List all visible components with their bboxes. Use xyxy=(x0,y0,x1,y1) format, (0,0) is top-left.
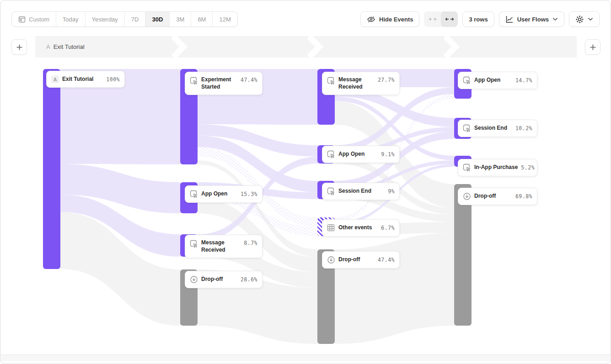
node-card-exit-tutorial[interactable]: A Exit Tutorial 100% xyxy=(46,71,125,88)
node-value: 10.2% xyxy=(515,125,532,132)
event-icon xyxy=(463,76,471,84)
node-card-app-open[interactable]: App Open 9.1% xyxy=(322,146,400,163)
node-value: 8.7% xyxy=(244,240,257,246)
node-label: Experiment Started xyxy=(201,76,237,90)
node-card-in-app-purchase[interactable]: In-App Purchase 5.2% xyxy=(458,159,537,176)
node-value: 6.7% xyxy=(381,225,395,231)
event-icon xyxy=(327,187,335,195)
node-value: 69.8% xyxy=(515,193,532,200)
node-value: 27.7% xyxy=(378,77,395,83)
node-label: Drop-off xyxy=(338,256,375,264)
dropoff-icon xyxy=(463,192,471,200)
node-label: Session End xyxy=(474,125,512,132)
node-badge: A xyxy=(51,75,59,83)
node-bar-exit-tutorial[interactable] xyxy=(43,69,60,269)
event-icon xyxy=(327,150,335,158)
event-icon xyxy=(463,164,471,172)
node-value: 47.4% xyxy=(378,257,395,263)
node-value: 47.4% xyxy=(241,77,257,83)
node-card-other-events[interactable]: Other events 6.7% xyxy=(322,219,400,237)
node-card-session-end[interactable]: Session End 9% xyxy=(322,183,400,200)
node-card-drop-off[interactable]: Drop-off 69.8% xyxy=(458,188,537,205)
node-value: 9% xyxy=(388,188,395,195)
node-bar-drop-off[interactable] xyxy=(454,184,472,326)
node-label: In-App Purchase xyxy=(474,164,518,171)
node-card-experiment-started[interactable]: Experiment Started 47.4% xyxy=(185,72,263,95)
node-card-message-received[interactable]: Message Received 27.7% xyxy=(322,72,400,95)
grid-icon xyxy=(327,224,335,232)
node-label: App Open xyxy=(201,190,237,198)
event-icon xyxy=(327,77,335,85)
node-label: App Open xyxy=(338,151,378,158)
node-value: 28.6% xyxy=(241,276,257,283)
node-label: App Open xyxy=(474,77,512,84)
node-label: Drop-off xyxy=(474,193,512,200)
app-window: Custom Today Yesterday 7D 30D 3M 6M 12M xyxy=(0,0,611,364)
node-value: 15.3% xyxy=(241,191,257,197)
event-icon xyxy=(463,124,471,132)
event-icon xyxy=(190,77,198,85)
sankey-canvas: A Exit Tutorial 100% Experiment Started … xyxy=(0,0,611,364)
dropoff-icon xyxy=(327,256,335,264)
node-label: Other events xyxy=(338,224,378,232)
node-label: Message Received xyxy=(201,239,241,253)
event-icon xyxy=(190,190,198,198)
event-icon xyxy=(190,240,198,248)
node-card-app-open[interactable]: App Open 15.3% xyxy=(185,185,263,203)
node-label: Drop-off xyxy=(201,276,237,283)
node-card-drop-off[interactable]: Drop-off 47.4% xyxy=(322,251,400,269)
node-value: 5.2% xyxy=(521,164,535,171)
node-value: 100% xyxy=(106,76,120,83)
bottom-scrollbar-track[interactable] xyxy=(1,354,610,361)
node-label: Message Received xyxy=(338,76,375,90)
node-card-drop-off[interactable]: Drop-off 28.6% xyxy=(185,271,263,288)
dropoff-icon xyxy=(190,275,198,284)
node-value: 9.1% xyxy=(381,151,395,158)
node-label: Exit Tutorial xyxy=(62,76,103,83)
node-card-app-open[interactable]: App Open 14.7% xyxy=(458,72,537,89)
sankey-flow-ribbons xyxy=(0,0,611,364)
node-card-session-end[interactable]: Session End 10.2% xyxy=(458,120,537,137)
node-value: 14.7% xyxy=(515,77,532,84)
node-card-message-received[interactable]: Message Received 8.7% xyxy=(185,235,263,258)
node-label: Session End xyxy=(338,188,385,195)
